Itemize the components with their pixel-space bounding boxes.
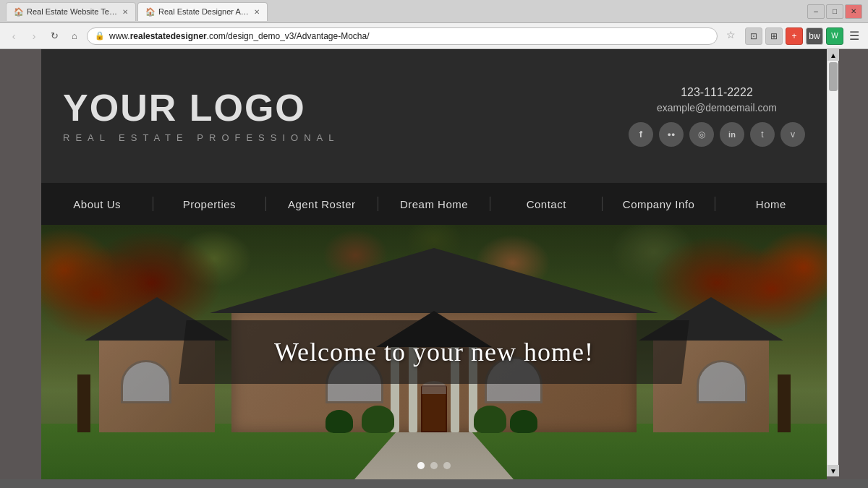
page-background: YOUR LOGO REAL ESTATE PROFESSIONAL 123-1…	[0, 49, 868, 479]
nav-link-home: Home	[756, 198, 786, 210]
address-domain: realestatedesigner	[130, 31, 207, 41]
slider-dots	[417, 462, 451, 469]
nav-link-company-info: Company Info	[623, 198, 694, 210]
tab-label-1: Real Estate Website Temp...	[27, 7, 118, 16]
scrollbar[interactable]: ▲ ▼	[827, 49, 838, 476]
scroll-arrow-up[interactable]: ▲	[827, 49, 839, 61]
social-icons-row: f ●● ◎ in t v	[629, 122, 805, 147]
address-text: www.realestatedesigner.com/design_demo_v…	[109, 31, 370, 41]
facebook-icon[interactable]: f	[629, 122, 653, 147]
window-controls: – □ ✕	[807, 4, 862, 19]
addon-green-button[interactable]: W	[826, 27, 843, 45]
linkedin-icon[interactable]: in	[720, 122, 744, 147]
nav-link-properties: Properties	[183, 198, 236, 210]
tab-close-2[interactable]: ✕	[254, 8, 260, 16]
dot-3[interactable]	[443, 462, 451, 469]
minimize-icon: –	[814, 7, 818, 15]
maximize-icon: □	[833, 7, 837, 15]
phone-number: 123-111-2222	[629, 86, 805, 99]
logo-text: YOUR LOGO	[63, 89, 629, 127]
tab-active[interactable]: 🏠 Real Estate Designer Adva... ✕	[137, 2, 268, 21]
nav-link-about: About Us	[73, 198, 121, 210]
scrollbar-thumb[interactable]	[829, 62, 838, 91]
maximize-button[interactable]: □	[826, 4, 843, 19]
hero-text-band: Welcome to your new home!	[179, 320, 689, 384]
close-button[interactable]: ✕	[845, 4, 862, 19]
nav-item-properties[interactable]: Properties	[153, 183, 265, 225]
dot-1[interactable]	[417, 462, 425, 469]
browser-window: 🏠 Real Estate Website Temp... ✕ 🏠 Real E…	[0, 0, 868, 49]
addon-red-button[interactable]: +	[786, 27, 803, 45]
nav-item-contact[interactable]: Contact	[490, 183, 602, 225]
minimize-button[interactable]: –	[807, 4, 825, 19]
nav-link-dream-home: Dream Home	[400, 198, 468, 210]
site-header: YOUR LOGO REAL ESTATE PROFESSIONAL 123-1…	[41, 49, 827, 183]
tagline: REAL ESTATE PROFESSIONAL	[63, 132, 629, 143]
site-nav: About Us Properties Agent Roster Dream H…	[41, 183, 827, 225]
address-path: .com/design_demo_v3/Advantage-Mocha/	[207, 31, 370, 41]
tab-label-2: Real Estate Designer Adva...	[158, 7, 250, 16]
nav-link-contact: Contact	[527, 198, 566, 210]
twitter-icon[interactable]: t	[750, 122, 775, 147]
nav-menu: About Us Properties Agent Roster Dream H…	[41, 183, 827, 225]
tab-inactive[interactable]: 🏠 Real Estate Website Temp... ✕	[6, 2, 136, 21]
browser-toolbar: ‹ › ↻ ⌂ 🔒 www.realestatedesigner.com/des…	[0, 23, 868, 49]
dot-2[interactable]	[430, 462, 438, 469]
lock-icon: 🔒	[95, 31, 105, 40]
scroll-arrow-down[interactable]: ▼	[827, 465, 839, 476]
refresh-button[interactable]: ↻	[46, 28, 62, 44]
address-protocol: www.	[109, 31, 130, 41]
tab-close-1[interactable]: ✕	[122, 8, 128, 16]
title-bar: 🏠 Real Estate Website Temp... ✕ 🏠 Real E…	[0, 0, 868, 23]
contact-area: 123-111-2222 example@demoemail.com f ●● …	[629, 86, 805, 147]
hero-section: Welcome to your new home!	[41, 225, 827, 479]
hero-background: Welcome to your new home!	[41, 225, 827, 479]
nav-item-about[interactable]: About Us	[41, 183, 153, 225]
flickr-icon[interactable]: ●●	[659, 122, 684, 147]
address-bar[interactable]: 🔒 www.realestatedesigner.com/design_demo…	[87, 27, 718, 45]
zoom-button[interactable]: ⊞	[765, 27, 783, 45]
bookmark-star-icon[interactable]: ☆	[726, 29, 741, 43]
hero-welcome-text: Welcome to your new home!	[274, 337, 594, 367]
vimeo-icon[interactable]: v	[780, 122, 805, 147]
nav-item-home[interactable]: Home	[715, 183, 827, 225]
back-button[interactable]: ‹	[6, 28, 22, 44]
logo-area: YOUR LOGO REAL ESTATE PROFESSIONAL	[63, 89, 629, 143]
tab-favicon-2: 🏠	[145, 7, 156, 17]
menu-button[interactable]: ☰	[846, 27, 862, 44]
screen-button[interactable]: ⊡	[745, 27, 762, 45]
nav-link-agent-roster: Agent Roster	[288, 198, 356, 210]
nav-item-agent-roster[interactable]: Agent Roster	[266, 183, 378, 225]
nav-item-dream-home[interactable]: Dream Home	[378, 183, 490, 225]
addon-bw-button[interactable]: bw	[806, 27, 823, 45]
instagram-icon[interactable]: ◎	[689, 122, 714, 147]
forward-button[interactable]: ›	[26, 28, 42, 44]
toolbar-right-icons: ⊡ ⊞ + bw W ☰	[745, 27, 862, 45]
email-address: example@demoemail.com	[629, 102, 805, 114]
website-container: YOUR LOGO REAL ESTATE PROFESSIONAL 123-1…	[41, 49, 827, 479]
tab-favicon-1: 🏠	[14, 7, 24, 17]
nav-item-company-info[interactable]: Company Info	[603, 183, 714, 225]
home-button[interactable]: ⌂	[67, 28, 82, 44]
close-icon: ✕	[851, 7, 856, 15]
